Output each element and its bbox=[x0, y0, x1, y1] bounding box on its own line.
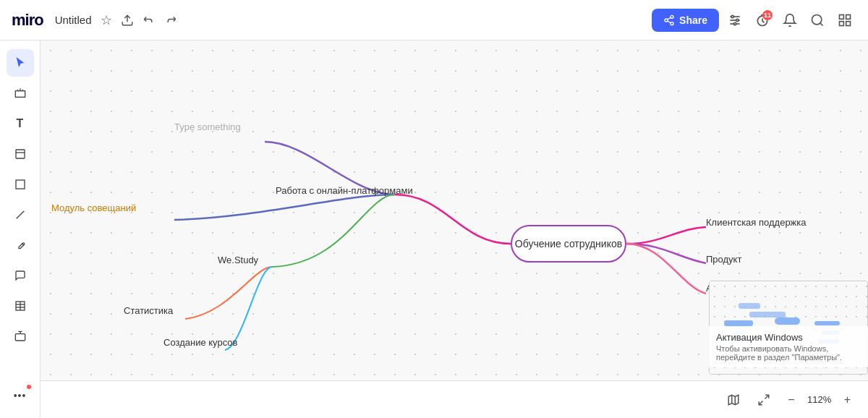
svg-rect-24 bbox=[16, 180, 25, 189]
svg-point-9 bbox=[736, 19, 739, 21]
svg-point-0 bbox=[671, 15, 673, 18]
svg-rect-14 bbox=[840, 14, 844, 19]
board-title: Untitled bbox=[55, 14, 92, 26]
pen-tool-button[interactable] bbox=[7, 231, 34, 259]
activation-title: Активация Windows bbox=[716, 332, 861, 343]
activation-message: Активация Windows Чтобы активировать Win… bbox=[709, 326, 868, 367]
svg-point-12 bbox=[812, 14, 822, 24]
svg-line-34 bbox=[765, 395, 769, 398]
svg-marker-31 bbox=[729, 395, 739, 405]
svg-point-2 bbox=[671, 22, 673, 25]
share-label: Share bbox=[679, 14, 707, 26]
sliders-button[interactable] bbox=[723, 9, 746, 32]
timer-badge: 11 bbox=[762, 10, 773, 20]
header-right: Share 11 bbox=[652, 9, 856, 32]
undo-button[interactable] bbox=[138, 9, 160, 31]
svg-line-3 bbox=[668, 21, 671, 23]
notifications-button[interactable] bbox=[778, 9, 801, 32]
svg-rect-15 bbox=[846, 14, 851, 19]
more-tools-badge bbox=[27, 385, 31, 389]
frames-tool-button[interactable] bbox=[7, 80, 34, 107]
zoom-out-button[interactable]: − bbox=[782, 389, 800, 411]
sidebar: T ••• bbox=[0, 40, 41, 418]
comment-tool-button[interactable] bbox=[7, 262, 34, 289]
svg-rect-18 bbox=[15, 91, 25, 98]
activation-body: Чтобы активировать Windows, перейдите в … bbox=[716, 344, 861, 362]
svg-rect-16 bbox=[840, 21, 844, 25]
canvas[interactable]: Type something Модуль совещаний Работа с… bbox=[41, 40, 868, 418]
svg-line-25 bbox=[16, 211, 24, 219]
select-tool-button[interactable] bbox=[7, 49, 34, 77]
svg-rect-30 bbox=[15, 334, 25, 341]
text-tool-button[interactable]: T bbox=[7, 110, 34, 137]
timer-button[interactable]: 11 bbox=[751, 9, 774, 32]
header: miro Untitled ☆ Share bbox=[0, 0, 868, 40]
miro-logo: miro bbox=[12, 11, 43, 30]
svg-rect-17 bbox=[846, 21, 851, 25]
svg-line-13 bbox=[820, 22, 823, 25]
zoom-out-icon: − bbox=[788, 393, 794, 406]
shape-tool-button[interactable] bbox=[7, 171, 34, 198]
central-node[interactable]: Обучение сотрудников bbox=[511, 225, 626, 263]
svg-line-4 bbox=[668, 17, 671, 20]
bottom-bar: − 112% + bbox=[41, 380, 868, 418]
central-node-text: Обучение сотрудников bbox=[515, 238, 622, 249]
sticky-tool-button[interactable] bbox=[7, 140, 34, 168]
share-button[interactable]: Share bbox=[652, 9, 719, 32]
line-tool-button[interactable] bbox=[7, 201, 34, 229]
fit-screen-button[interactable] bbox=[752, 389, 776, 411]
zoom-in-icon: + bbox=[844, 393, 851, 406]
table-tool-button[interactable] bbox=[7, 292, 34, 320]
redo-button[interactable] bbox=[160, 9, 182, 31]
svg-point-1 bbox=[665, 19, 668, 22]
svg-point-8 bbox=[731, 15, 733, 17]
embed-tool-button[interactable] bbox=[7, 323, 34, 350]
apps-button[interactable] bbox=[833, 9, 856, 32]
svg-point-10 bbox=[733, 22, 736, 25]
sidebar-bottom: ••• bbox=[7, 382, 34, 409]
svg-rect-22 bbox=[16, 150, 25, 158]
svg-line-35 bbox=[760, 401, 763, 404]
upload-button[interactable] bbox=[116, 9, 138, 31]
more-tools-button[interactable]: ••• bbox=[7, 382, 34, 409]
zoom-level: 112% bbox=[807, 394, 833, 405]
map-toggle-button[interactable] bbox=[721, 389, 746, 411]
star-button[interactable]: ☆ bbox=[96, 8, 116, 33]
zoom-in-button[interactable]: + bbox=[838, 389, 856, 411]
search-button[interactable] bbox=[806, 9, 829, 32]
